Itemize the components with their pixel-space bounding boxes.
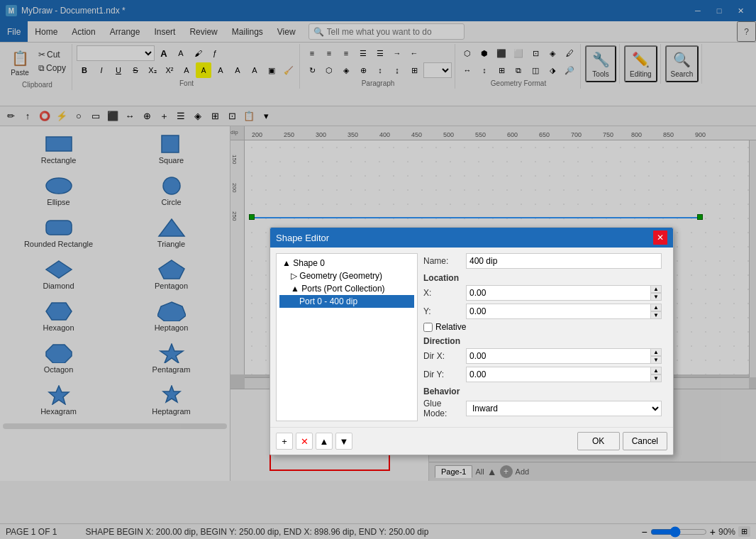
- dirx-input[interactable]: [466, 348, 650, 364]
- tree-item-geometry[interactable]: ▷ Geometry (Geometry): [279, 270, 414, 282]
- dirx-spin-down[interactable]: ▼: [650, 356, 662, 364]
- x-spin-up[interactable]: ▲: [650, 285, 662, 293]
- diry-label: Dir Y:: [423, 369, 466, 379]
- y-label: Y:: [423, 306, 466, 316]
- tree-item-shape0[interactable]: ▲ Shape 0: [279, 257, 414, 270]
- y-spin-down[interactable]: ▼: [650, 311, 662, 319]
- location-section: Location: [423, 273, 662, 283]
- direction-section: Direction: [423, 336, 662, 346]
- diry-spin-up[interactable]: ▲: [650, 367, 662, 374]
- ok-button[interactable]: OK: [577, 432, 620, 450]
- behavior-section: Behavior: [423, 387, 662, 396]
- relative-label: Relative: [435, 322, 466, 332]
- tree-item-ports[interactable]: ▲ Ports (Port Collection): [279, 282, 414, 295]
- name-input[interactable]: [466, 253, 662, 269]
- glue-mode-label: Glue Mode:: [423, 399, 466, 418]
- glue-mode-select[interactable]: Inward Outward Both None: [466, 401, 662, 416]
- shape-editor-titlebar: Shape Editor ✕: [270, 228, 673, 248]
- shape-props: Name: Location X: ▲ ▼ Y:: [418, 253, 667, 421]
- shape-editor-body: ▲ Shape 0 ▷ Geometry (Geometry) ▲ Ports …: [270, 248, 673, 427]
- tree-item-port0[interactable]: Port 0 - 400 dip: [279, 295, 414, 308]
- y-input[interactable]: [466, 304, 650, 319]
- name-label: Name:: [423, 256, 466, 266]
- move-up-button[interactable]: ▲: [316, 433, 333, 450]
- add-port-button[interactable]: +: [276, 433, 293, 450]
- diry-spin-down[interactable]: ▼: [650, 374, 662, 382]
- dirx-label: Dir X:: [423, 351, 466, 361]
- shape-editor: Shape Editor ✕ ▲ Shape 0 ▷ Geometry (Geo…: [269, 227, 674, 455]
- delete-port-button[interactable]: ✕: [296, 433, 313, 450]
- shape-editor-footer: + ✕ ▲ ▼ OK Cancel: [270, 427, 673, 455]
- shape-tree: ▲ Shape 0 ▷ Geometry (Geometry) ▲ Ports …: [276, 253, 418, 421]
- x-label: X:: [423, 288, 466, 298]
- dirx-spin-up[interactable]: ▲: [650, 348, 662, 356]
- relative-checkbox[interactable]: [423, 323, 433, 332]
- modal-overlay: Shape Editor ✕ ▲ Shape 0 ▷ Geometry (Geo…: [0, 0, 756, 539]
- shape-editor-title: Shape Editor: [276, 233, 653, 243]
- x-spin-down[interactable]: ▼: [650, 293, 662, 301]
- move-down-button[interactable]: ▼: [335, 433, 352, 450]
- shape-editor-close-button[interactable]: ✕: [653, 230, 667, 245]
- cancel-button[interactable]: Cancel: [623, 432, 667, 450]
- relative-row: Relative: [423, 322, 662, 332]
- y-spin-up[interactable]: ▲: [650, 304, 662, 311]
- diry-input[interactable]: [466, 367, 650, 382]
- x-input[interactable]: [466, 285, 650, 301]
